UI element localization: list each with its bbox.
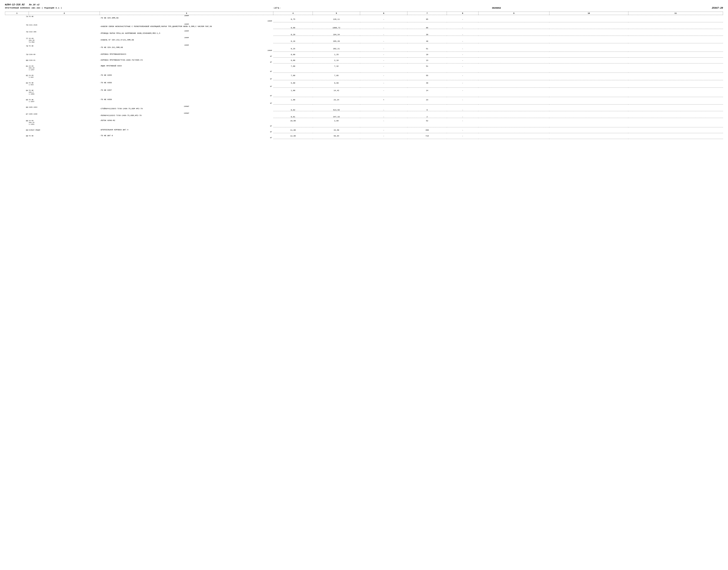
row-description: 1000М-ПРОВОДА МАРКИ ПРКА,НА НАПРЯЖЕНИЕ 6… — [100, 30, 273, 36]
row-col8: - — [447, 30, 478, 36]
row-col10 — [549, 59, 628, 61]
row-description: -КОРОБКА ПРОТЯЖНАЯУ994У3 — [100, 53, 273, 56]
table-row: 872405-16981000ШТ-ПОЛКИ=К1163У3 ТУ36-149… — [5, 112, 723, 118]
row-col6: - — [360, 89, 407, 95]
row-number: 77 — [5, 37, 29, 43]
unit-row: ШТ — [5, 61, 723, 63]
table-row: 84ТО ЖЕ АОп,2 1-1055-ТО ЖЕ К6571,0014,42… — [5, 89, 723, 95]
row-number: 87 — [5, 112, 29, 118]
row-col8: - — [447, 134, 478, 137]
main-content-table: 1 2 3 4 5 6 7 8 9 10 11 74ТО ЖЕ1000М-ТО … — [5, 12, 723, 140]
row-col7: 48 — [407, 37, 447, 43]
row-col8: - — [447, 81, 478, 86]
row-col10 — [549, 44, 628, 50]
row-col5: 1080,72 — [313, 23, 360, 29]
row-col7: 13 — [407, 59, 447, 61]
row-col9 — [478, 23, 549, 29]
row-col10 — [549, 37, 628, 43]
row-col9 — [478, 128, 549, 131]
row-col10 — [549, 112, 628, 118]
row-col10 — [549, 23, 628, 29]
row-col4: 0,01 — [273, 112, 313, 118]
row-col11 — [628, 119, 723, 125]
row-number: 88 — [5, 119, 29, 125]
row-col8: - — [447, 44, 478, 50]
program-name: ПРОГРАММНЫЙ КОМПЛЕКС АВС-3ЕС ( РЕДАКЦИЯ … — [5, 7, 62, 9]
row-col10 — [549, 134, 628, 137]
row-code: С151-2545 — [29, 23, 100, 29]
row-code: ТО ЖЕ — [29, 44, 100, 50]
row-col11 — [628, 30, 723, 36]
col-header-3: 3 — [100, 12, 273, 15]
row-code: 24-05 АОп,22 1-1451 — [29, 119, 100, 125]
col-header-5: 5 — [313, 12, 360, 15]
row-col5: 2,89 — [313, 119, 360, 125]
row-code: С156-80 — [29, 53, 100, 56]
row-col5: 59,94 — [313, 134, 360, 137]
document-header: №264-12-318.92 Лл.16 с2 — [5, 3, 723, 6]
unit-row: ШТ — [5, 137, 723, 139]
row-code: 15-09 АОп,20 Т4-050 — [29, 37, 100, 43]
row-col9 — [478, 112, 549, 118]
row-col10 — [549, 128, 628, 131]
row-col9 — [478, 81, 549, 86]
row-col4: 7,00 — [273, 74, 313, 78]
row-col6: - — [360, 59, 407, 61]
row-col5: 9,68 — [313, 81, 360, 86]
unit-row: ШТ — [5, 125, 723, 127]
row-col7: 14 — [407, 89, 447, 95]
table-row: 80С156-81-КОРОБКА ПРОТЯЖНАЯ/ТУ36-1689-78… — [5, 59, 723, 61]
row-col7: 48 — [407, 81, 447, 86]
table-row: 89КАЛЬКУ-ЛЯЦИИ-ШТЕПСЕЛЬНАЯ КОРОБКА ШКГ-4… — [5, 128, 723, 131]
row-col7: 490 — [407, 128, 447, 131]
row-col6: - — [360, 64, 407, 71]
col-header-11: 11 — [628, 12, 723, 15]
row-number: 74 — [5, 15, 29, 20]
row-col9 — [478, 89, 549, 95]
row-col8: - — [447, 89, 478, 95]
row-col6: - — [360, 37, 407, 43]
row-col10 — [549, 53, 628, 56]
row-col8: - — [447, 74, 478, 78]
row-col9 — [478, 59, 549, 61]
row-col6: - — [360, 119, 407, 125]
right-num1: 3026862 — [492, 7, 501, 9]
unit-row: ШТ — [5, 95, 723, 97]
row-col10 — [549, 74, 628, 78]
row-col11 — [628, 134, 723, 137]
row-description: -ТО ЖЕ К658 — [100, 98, 273, 102]
row-col5: 126,11 — [313, 15, 360, 20]
table-row: 85ТО ЖЕ 1-1037-ТО ЖЕ К6581,0023,24+23- — [5, 98, 723, 102]
row-col10 — [549, 64, 628, 71]
row-col5: 2,16 — [313, 59, 360, 61]
table-row: 75С151-25451000М-КАБЕЛИ СВЯЗИ НИЗКОЧАСТО… — [5, 23, 723, 29]
row-code: ТО ЖЕ — [29, 134, 100, 137]
row-number: 80 — [5, 59, 29, 61]
row-col10 — [549, 89, 628, 95]
row-description: -ТО ЖЕ ШКГ-6 — [100, 134, 273, 137]
row-number: 83 — [5, 81, 29, 86]
row-col4: 12,00 — [273, 134, 313, 137]
row-col11 — [628, 23, 723, 29]
row-col9 — [478, 53, 549, 56]
table-row: 79С156-80-КОРОБКА ПРОТЯЖНАЯУ994У38,001,2… — [5, 53, 723, 56]
header-info-row: ПРОГРАММНЫЙ КОМПЛЕКС АВС-3ЕС ( РЕДАКЦИЯ … — [5, 7, 723, 9]
row-code: ТО ЖЕ — [29, 15, 100, 20]
row-col6: - — [360, 112, 407, 118]
row-col8: - — [447, 15, 478, 20]
row-description: 1000М-КАБЕЛИ СВЯЗИ НИЗКОЧАСТОТНЫЕ С ПОЛИ… — [100, 23, 273, 29]
table-row: 76С152-4861000М-ПРОВОДА МАРКИ ПРКА,НА НА… — [5, 30, 723, 36]
unit-row: ШТ — [5, 131, 723, 133]
row-number: 86 — [5, 106, 29, 111]
row-col9 — [478, 44, 549, 50]
row-col8: - — [447, 53, 478, 56]
row-number: 90 — [5, 134, 29, 137]
row-col7: 719 — [407, 134, 447, 137]
row-col5: 14,42 — [313, 89, 360, 95]
row-col10 — [549, 106, 628, 111]
row-col7: 55 — [407, 74, 447, 78]
row-col10 — [549, 119, 628, 125]
row-code: 2405-1863 — [29, 106, 100, 111]
col-header-6: 6 — [360, 12, 407, 15]
unit-row: ШТ — [5, 56, 723, 57]
